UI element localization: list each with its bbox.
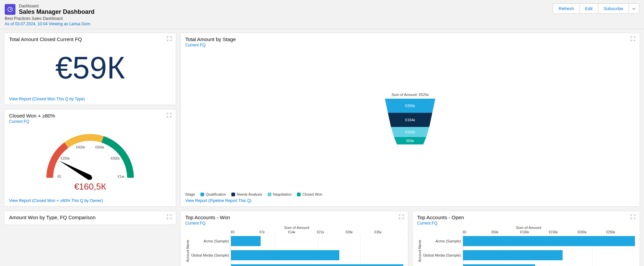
- page-header: Dashboard Sales Manager Dashboard Best P…: [0, 0, 644, 29]
- view-report-link[interactable]: View Report (Closed Won + ≥80% This Q by…: [9, 198, 171, 203]
- bar-row: Global Media (Sample): [231, 248, 403, 262]
- expand-icon: [631, 214, 635, 219]
- svg-text:€200к: €200к: [61, 157, 70, 160]
- card-title: Closed Won + ≥80%: [9, 113, 171, 119]
- view-report-link[interactable]: View Report (Closed Won This Q by Type): [9, 97, 171, 101]
- bar-fill: [231, 250, 339, 260]
- bar-label: Global Media (Sample): [422, 253, 461, 257]
- svg-point-9: [88, 176, 92, 180]
- expand-icon: [167, 36, 172, 41]
- object-label: Dashboard: [19, 4, 39, 8]
- card-amount-won-by-type: Amount Won by Type, FQ Comparison: [4, 211, 176, 225]
- bar-fill: [231, 236, 261, 246]
- bar-row: Acme (Sample): [463, 234, 635, 248]
- expand-icon: [167, 214, 172, 219]
- bar-fill: [231, 264, 403, 266]
- x-tick: €100к: [520, 230, 548, 234]
- x-ticks: €0€7к€14к€21к€28к€35к: [190, 230, 403, 234]
- subscribe-button[interactable]: Subscribe: [598, 3, 629, 14]
- funnel-segment: €164к: [385, 113, 435, 127]
- card-title: Top Accounts - Open: [417, 214, 635, 220]
- x-tick: €7к: [259, 230, 288, 234]
- svg-text:€800к: €800к: [111, 157, 120, 160]
- legend-label: Negotiation: [273, 192, 292, 196]
- bar-fill: [463, 236, 635, 246]
- x-tick: €28к: [346, 230, 374, 234]
- more-actions-button[interactable]: [629, 3, 639, 14]
- legend-item: Negotiation: [268, 192, 292, 196]
- x-tick: €0: [463, 230, 491, 234]
- x-tick: €200к: [577, 230, 606, 234]
- card-subtitle: Current FQ: [9, 119, 171, 124]
- funnel-segment: €200к: [385, 99, 435, 113]
- legend-swatch: [231, 193, 235, 196]
- x-tick: €50к: [491, 230, 520, 234]
- gauge-chart: €0€200к€400к€600к€800к€1кк: [33, 124, 147, 183]
- dashboard-icon: [5, 4, 15, 15]
- refresh-button[interactable]: Refresh: [553, 3, 580, 14]
- bar-row: Global Media (Sample): [463, 248, 635, 262]
- expand-button[interactable]: [166, 112, 173, 119]
- x-axis-label: Sum of Amount: [422, 226, 635, 230]
- legend-title: Stage: [185, 192, 195, 196]
- bar-fill: [463, 264, 535, 266]
- funnel-sum-label: Sum of Amount: €525к: [391, 93, 429, 97]
- x-ticks: €0€50к€100к€150к€200к€250к: [422, 230, 635, 234]
- x-tick: €0: [231, 230, 259, 234]
- x-tick: €150к: [549, 230, 577, 234]
- chevron-down-icon: [632, 7, 636, 10]
- bar-rows: Acme (Sample)Global Media (Sample)salesf…: [422, 234, 635, 266]
- expand-button[interactable]: [630, 214, 636, 221]
- card-title: Total Amount by Stage: [185, 36, 635, 42]
- bar-row: salesforce.com (Sample): [463, 262, 635, 266]
- bar-label: Acme (Sample): [190, 239, 229, 243]
- page-title: Sales Manager Dashboard: [19, 8, 94, 15]
- svg-text:€400к: €400к: [76, 145, 85, 149]
- bar-fill: [463, 250, 563, 260]
- svg-text:€1кк: €1кк: [118, 175, 124, 178]
- edit-button[interactable]: Edit: [579, 3, 598, 14]
- bar-label: Acme (Sample): [422, 239, 461, 243]
- x-tick: €21к: [317, 230, 345, 234]
- y-axis-label: Account Name: [417, 226, 422, 266]
- card-closed-won-80: Closed Won + ≥80% Current FQ €0€200к€400…: [4, 109, 176, 207]
- header-actions: Refresh Edit Subscribe: [553, 3, 639, 14]
- y-axis-label: Account Name: [185, 226, 190, 266]
- card-title: Amount Won by Type, FQ Comparison: [9, 214, 171, 220]
- expand-button[interactable]: [398, 214, 405, 221]
- card-total-amount-by-stage: Total Amount by Stage Current FQ Sum of …: [180, 33, 640, 207]
- page-description: Best Practices Sales Dashboard: [5, 16, 94, 21]
- x-axis-label: Sum of Amount: [190, 226, 403, 230]
- legend-item: Needs Analysis: [231, 192, 262, 196]
- bar-row: Acme (Sample): [231, 234, 403, 248]
- x-tick: €14к: [288, 230, 317, 234]
- funnel-segment: €59к: [385, 137, 435, 144]
- legend-item: Qualification: [200, 192, 226, 196]
- svg-point-1: [10, 9, 10, 10]
- view-report-link[interactable]: View Report (Pipeline Report This Q): [185, 198, 635, 203]
- funnel-legend: Stage QualificationNeeds AnalysisNegotia…: [185, 192, 635, 196]
- expand-button[interactable]: [166, 214, 173, 221]
- svg-text:€0: €0: [57, 175, 61, 178]
- bar-rows: Acme (Sample)Global Media (Sample)salesf…: [190, 234, 403, 266]
- legend-label: Needs Analysis: [237, 192, 262, 196]
- card-title: Total Amount Closed Current FQ: [9, 36, 171, 42]
- expand-button[interactable]: [166, 36, 173, 42]
- expand-icon: [399, 214, 404, 219]
- legend-swatch: [268, 193, 271, 196]
- funnel-segment: €102к: [385, 127, 435, 137]
- funnel-chart: €200к€164к€102к€59к: [385, 99, 435, 144]
- svg-text:€600к: €600к: [95, 145, 104, 149]
- expand-icon: [167, 113, 172, 118]
- card-top-accounts-won: Top Accounts - Won Current FQ Account Na…: [180, 211, 408, 266]
- legend-swatch: [200, 193, 204, 196]
- svg-marker-8: [59, 161, 91, 180]
- page-meta: As of 03.07.2024, 10:04 Viewing as Laris…: [5, 22, 94, 26]
- card-subtitle: Current FQ: [417, 221, 635, 226]
- gauge-value-label: €160,5К: [74, 181, 106, 192]
- bar-label: Global Media (Sample): [190, 253, 229, 257]
- legend-swatch: [297, 193, 301, 196]
- expand-button[interactable]: [630, 36, 636, 42]
- legend-item: Closed Won: [297, 192, 323, 196]
- card-subtitle: Current FQ: [185, 43, 635, 47]
